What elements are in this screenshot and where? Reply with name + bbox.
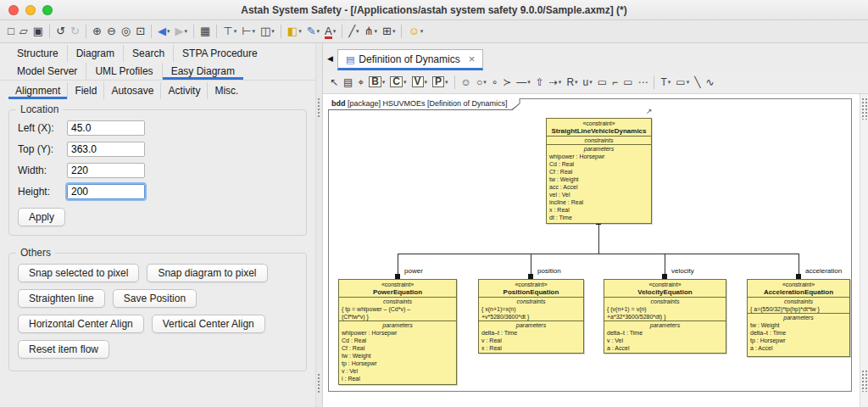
tab-field[interactable]: Field <box>67 82 103 99</box>
redo-icon[interactable]: ↻ <box>69 23 81 40</box>
compartment-line: Cd : Real <box>339 337 456 344</box>
compartment-line: { (v(n+1) = v(n) <box>604 305 726 313</box>
constraint-block-straightlinevehicledynamics[interactable]: «constraint» StraightLineVehicleDynamics… <box>546 118 652 224</box>
minimize-window-button[interactable] <box>25 5 36 15</box>
back-icon[interactable]: ◀▾ <box>156 23 172 40</box>
toolbar-divider <box>49 25 50 38</box>
constraint-block-velocityequation[interactable]: «constraint» VelocityEquation constraint… <box>604 279 726 354</box>
connector-bus-line <box>398 254 799 254</box>
close-tab-icon[interactable]: × <box>469 54 476 64</box>
tab-misc[interactable]: Misc. <box>207 82 245 99</box>
zoom-window-button[interactable] <box>42 5 53 15</box>
port-tool-icon[interactable]: ∘ <box>490 74 500 91</box>
tree-horizontal-icon[interactable]: ⊞▾ <box>381 23 397 40</box>
toolbar-divider <box>342 25 342 38</box>
usecase-tool-icon[interactable]: ○▾ <box>475 74 488 91</box>
font-color-icon[interactable]: A▾ <box>323 23 337 40</box>
role-label-position: position <box>537 267 561 275</box>
tab-stpa-procedure[interactable]: STPA Procedure <box>173 45 266 62</box>
diagram-canvas[interactable]: bdd [package] HSUVMOEs [Definition of Dy… <box>323 94 860 407</box>
pin-tool-icon[interactable]: ⌖ <box>356 74 365 91</box>
generalization-tool-icon[interactable]: ⇧ <box>534 74 546 91</box>
compartment-line: incline : Real <box>547 198 651 206</box>
open-file-icon[interactable]: ▱ <box>18 23 30 40</box>
select-tool-icon[interactable]: ↖ <box>328 74 340 91</box>
top-y-input[interactable] <box>67 142 145 157</box>
forward-icon[interactable]: ▶▾ <box>174 23 190 40</box>
compartment-line: tw : Weight <box>547 176 651 183</box>
compartment-line: dt : Time <box>547 214 651 221</box>
left-x-input[interactable] <box>67 120 145 136</box>
line-tool-icon[interactable]: ╲ <box>693 74 702 91</box>
usage-link-tool-icon[interactable]: u▾ <box>581 74 594 91</box>
constraint-block-powerequation[interactable]: «constraint» PowerEquation constraints {… <box>338 279 457 385</box>
tab-model-server[interactable]: Model Server <box>8 63 86 80</box>
dependency-tool-icon[interactable]: ⇢▾ <box>548 74 564 91</box>
constraint-block-accelerationequation[interactable]: «constraint» AccelerationEquation constr… <box>747 279 850 357</box>
rectangle-tool-icon[interactable]: ▭▾ <box>674 74 691 91</box>
height-input[interactable] <box>67 184 145 199</box>
pane-splitter[interactable] <box>315 43 323 407</box>
zoom-in-icon[interactable]: ⊕ <box>91 23 103 40</box>
fit-to-window-icon[interactable]: ⊡ <box>134 23 147 40</box>
close-window-button[interactable] <box>8 5 19 15</box>
align-top-icon[interactable]: ⊤▾ <box>221 23 238 40</box>
apply-button[interactable]: Apply <box>18 208 65 226</box>
block-tool-icon[interactable]: B▾ <box>367 74 387 91</box>
undo-icon[interactable]: ↺ <box>54 23 67 40</box>
actor-tool-icon[interactable]: ☺ <box>459 74 473 91</box>
frame-tool-icon[interactable]: ▭ <box>621 74 634 91</box>
compartment-line: tw : Weight <box>748 321 849 329</box>
connector-tool-icon[interactable]: ≻ <box>501 74 513 91</box>
more-tools-icon[interactable]: ⋯ <box>636 74 649 91</box>
role-label-power: power <box>404 267 423 275</box>
align-left-icon[interactable]: ⊢▾ <box>240 23 257 40</box>
constraint-block-tool-icon[interactable]: C▾ <box>388 74 408 91</box>
straighten-line-button[interactable]: Straighten line <box>18 289 105 308</box>
width-input[interactable] <box>67 163 145 178</box>
fill-color-icon[interactable]: ◧▾ <box>286 23 303 40</box>
snap-selected-to-pixel-button[interactable]: Snap selected to pixel <box>18 264 139 282</box>
line-color-icon[interactable]: ✎▾ <box>305 23 321 40</box>
emoticon-icon[interactable]: ☺▾ <box>406 23 425 40</box>
tab-autosave[interactable]: Autosave <box>103 82 160 99</box>
diagram-tab-definition-of-dynamics[interactable]: ▤ Definition of Dynamics × <box>337 49 483 70</box>
zoom-reset-icon[interactable]: ◎ <box>120 23 132 40</box>
snap-diagram-to-pixel-button[interactable]: Snap diagram to pixel <box>147 264 267 282</box>
compartment-line: delta–t : Time <box>604 329 726 337</box>
requirement-link-tool-icon[interactable]: R▾ <box>565 74 579 91</box>
hyperlink-indicator-icon[interactable]: ↗ <box>646 108 653 115</box>
vertical-scrollbar[interactable] <box>860 94 868 407</box>
tab-search[interactable]: Search <box>123 45 173 62</box>
association-tool-icon[interactable]: —▾ <box>515 74 532 91</box>
save-icon[interactable]: ▣ <box>31 23 45 40</box>
text-tool-icon[interactable]: T▾ <box>659 74 672 91</box>
block-name: AccelerationEquation <box>748 288 849 297</box>
table-view-icon[interactable]: ▦ <box>198 23 212 40</box>
tab-uml-profiles[interactable]: UML Profiles <box>86 63 161 80</box>
new-file-icon[interactable]: □ <box>6 23 16 40</box>
state-tool-icon[interactable]: ▭ <box>596 74 609 91</box>
save-position-button[interactable]: Save Position <box>113 289 197 308</box>
horizontal-center-align-button[interactable]: Horizontal Center Align <box>18 315 144 333</box>
note-tool-icon[interactable]: ▤ <box>342 74 354 91</box>
tab-structure[interactable]: Structure <box>8 45 67 62</box>
vertical-center-align-button[interactable]: Vertical Center Align <box>152 315 265 333</box>
tab-scroll-left-icon[interactable]: ◀ <box>327 54 333 63</box>
block-stereotype: «constraint» <box>339 280 456 288</box>
reset-item-flow-button[interactable]: Reset item flow <box>18 340 109 359</box>
tree-vertical-icon[interactable]: ⋔▾ <box>363 23 379 40</box>
tab-alignment[interactable]: Alignment <box>8 82 67 99</box>
tab-diagram[interactable]: Diagram <box>67 45 123 62</box>
tab-activity[interactable]: Activity <box>160 82 207 99</box>
zoom-out-icon[interactable]: ⊖ <box>105 23 118 40</box>
constraint-block-positionequation[interactable]: «constraint» PositionEquation constraint… <box>478 279 584 354</box>
anchor-tool-icon[interactable]: ⌐ <box>610 74 620 91</box>
line-shape-icon[interactable]: ╱▾ <box>347 23 360 40</box>
value-type-tool-icon[interactable]: V▾ <box>410 74 430 91</box>
freehand-tool-icon[interactable]: ∿ <box>704 74 715 91</box>
package-tool-icon[interactable]: P▾ <box>431 74 450 91</box>
parameters-section-body: delta–t : Timev : Realx : Real <box>479 329 583 352</box>
tab-easy-diagram[interactable]: Easy Diagram <box>162 63 243 80</box>
stack-order-icon[interactable]: ◫▾ <box>259 23 276 40</box>
